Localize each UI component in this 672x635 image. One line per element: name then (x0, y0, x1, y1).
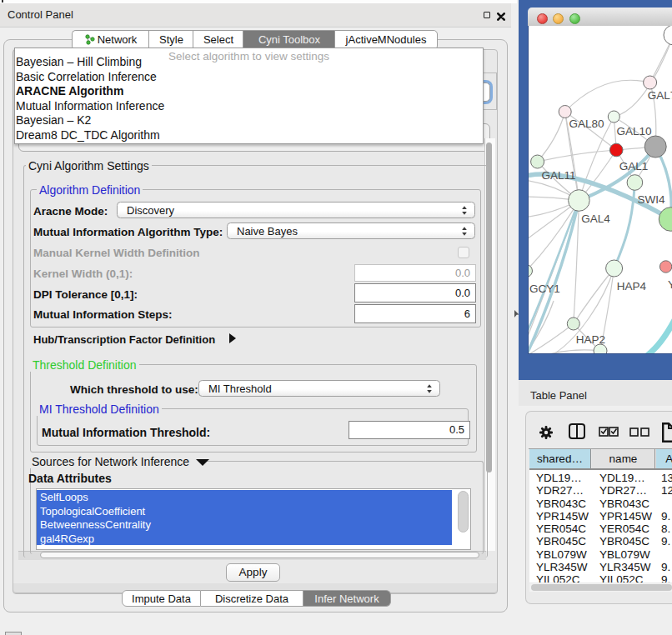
svg-text:GCY1: GCY1 (529, 282, 560, 295)
svg-text:GAL1: GAL1 (619, 160, 649, 172)
svg-text:SWI4: SWI4 (637, 193, 664, 206)
svg-text:GAL7: GAL7 (648, 89, 672, 102)
svg-text:GAL10: GAL10 (616, 125, 651, 138)
svg-text:YMR0: YMR0 (668, 278, 672, 291)
svg-text:HAP2: HAP2 (576, 333, 605, 346)
svg-text:GAL80: GAL80 (569, 118, 604, 130)
svg-text:HAP4: HAP4 (617, 280, 647, 292)
svg-text:GAL11: GAL11 (541, 169, 575, 182)
svg-text:GAL4: GAL4 (581, 212, 610, 225)
